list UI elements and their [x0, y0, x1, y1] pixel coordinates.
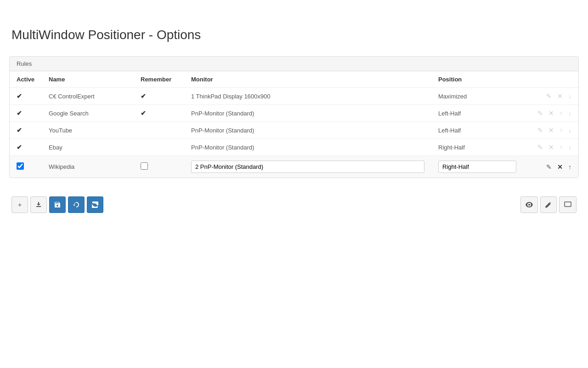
monitor-cell: PnP-Monitor (Standard)	[184, 105, 431, 122]
edit-icon[interactable]: ✎	[537, 144, 543, 150]
save-button[interactable]	[49, 196, 66, 213]
undo-button[interactable]	[87, 196, 103, 213]
export-button[interactable]	[30, 196, 47, 213]
delete-icon[interactable]: ✕	[548, 110, 554, 116]
move-down-icon[interactable]: ↓	[568, 93, 571, 99]
monitor-cell: 1 ThinkPad Display 1600x900	[184, 88, 431, 105]
main-page: MultiWindow Positioner - Options Rules A…	[0, 0, 588, 368]
col-header-remember: Remember	[134, 71, 184, 88]
edit-icon[interactable]: ✎	[537, 110, 543, 116]
table-row: ✔EbayPnP-Monitor (Standard)Right-Half✎✕↑…	[10, 139, 578, 156]
col-header-active: Active	[10, 71, 42, 88]
edit-icon[interactable]: ✎	[546, 164, 552, 170]
edit-icon[interactable]: ✎	[546, 93, 552, 99]
name-cell: YouTube	[42, 122, 134, 139]
toolbar-left: +	[11, 196, 103, 213]
col-header-position: Position	[431, 71, 523, 88]
toolbar-right	[520, 196, 577, 213]
bottom-toolbar: +	[9, 192, 579, 218]
view-button[interactable]	[520, 196, 538, 213]
move-down-icon[interactable]: ↓	[568, 110, 571, 116]
sync-button[interactable]	[68, 196, 85, 213]
move-up-icon[interactable]: ↑	[560, 110, 563, 116]
move-down-icon[interactable]: ↓	[568, 127, 571, 133]
position-cell: Left-Half	[431, 122, 523, 139]
delete-icon[interactable]: ✕	[557, 93, 563, 99]
name-cell: Google Search	[42, 105, 134, 122]
name-cell: C€ ControlExpert	[42, 88, 134, 105]
rules-header: Rules	[10, 57, 578, 71]
table-row: ✔C€ ControlExpert✔1 ThinkPad Display 160…	[10, 88, 578, 105]
position-cell: Right-Half	[431, 139, 523, 156]
rules-table: Active Name Remember Monitor Position ✔C…	[10, 71, 578, 178]
edit-rules-button[interactable]	[540, 196, 557, 213]
remember-checkbox[interactable]	[141, 162, 148, 170]
active-checkmark: ✔	[17, 144, 22, 151]
delete-icon[interactable]: ✕	[557, 164, 563, 170]
rules-container: Rules Active Name Remember Monitor Posit…	[9, 56, 579, 178]
move-up-icon[interactable]: ↑	[568, 164, 571, 170]
monitor-input[interactable]	[191, 161, 424, 173]
col-header-actions	[523, 71, 578, 88]
monitor-button[interactable]	[559, 196, 577, 213]
table-row: ✔YouTubePnP-Monitor (Standard)Left-Half✎…	[10, 122, 578, 139]
active-checkmark: ✔	[17, 126, 22, 134]
name-cell: Wikipedia	[42, 156, 134, 178]
position-input[interactable]	[438, 161, 516, 173]
active-checkbox[interactable]	[17, 162, 24, 170]
position-cell: Maximized	[431, 88, 523, 105]
table-row: Wikipedia ✎ ✕ ↑	[10, 156, 578, 178]
svg-rect-0	[565, 202, 571, 207]
page-title: MultiWindow Positioner - Options	[9, 28, 579, 42]
add-button[interactable]: +	[11, 196, 28, 213]
edit-icon[interactable]: ✎	[537, 127, 543, 133]
position-cell: Left-Half	[431, 105, 523, 122]
remember-checkmark: ✔	[141, 109, 146, 117]
table-row: ✔Google Search✔PnP-Monitor (Standard)Lef…	[10, 105, 578, 122]
move-down-icon[interactable]: ↓	[568, 144, 571, 150]
move-up-icon[interactable]: ↑	[560, 144, 563, 150]
table-header-row: Active Name Remember Monitor Position	[10, 71, 578, 88]
delete-icon[interactable]: ✕	[548, 144, 554, 150]
delete-icon[interactable]: ✕	[548, 127, 554, 133]
remember-checkmark: ✔	[141, 92, 146, 100]
active-checkmark: ✔	[17, 109, 22, 117]
monitor-cell: PnP-Monitor (Standard)	[184, 122, 431, 139]
col-header-monitor: Monitor	[184, 71, 431, 88]
active-checkmark: ✔	[17, 92, 22, 100]
col-header-name: Name	[42, 71, 134, 88]
move-up-icon[interactable]: ↑	[560, 127, 563, 133]
name-cell: Ebay	[42, 139, 134, 156]
monitor-cell: PnP-Monitor (Standard)	[184, 139, 431, 156]
